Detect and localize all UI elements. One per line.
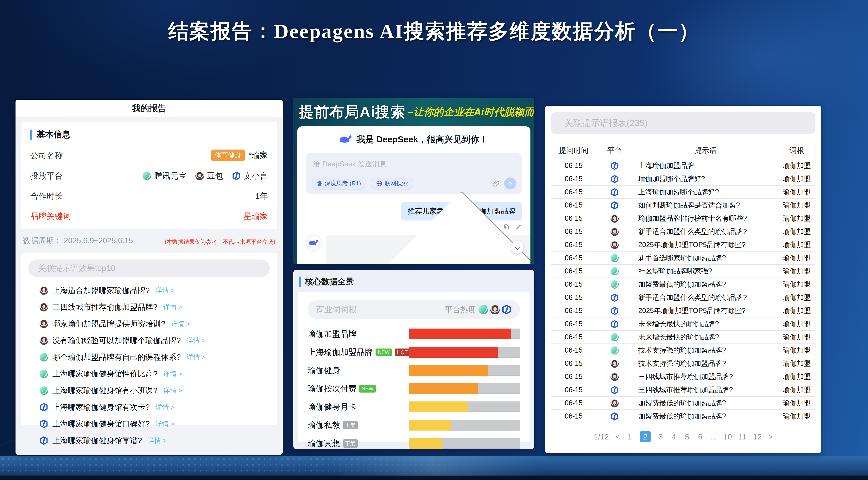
page-button-2[interactable]: 2 bbox=[640, 431, 651, 442]
cell-platform bbox=[596, 172, 633, 185]
prev-page-button[interactable]: < bbox=[615, 433, 620, 441]
deep-think-button[interactable]: 深度思考 (R1) bbox=[311, 177, 366, 190]
page-button-5[interactable]: 5 bbox=[684, 432, 690, 441]
report-panel-body: 基本信息 公司名称 体育健身 *瑜家 投放平台 腾讯元宝豆包文小言 合作时长 1… bbox=[16, 117, 283, 425]
detail-link[interactable]: 详情 > bbox=[148, 436, 166, 445]
cell-time: 06-15 bbox=[551, 304, 596, 317]
detail-link[interactable]: 详情 > bbox=[163, 386, 182, 395]
cell-platform bbox=[596, 291, 633, 304]
cell-platform bbox=[596, 265, 633, 278]
prompt-text: 哪个瑜伽加盟品牌有自己的课程体系? bbox=[52, 352, 181, 362]
paperclip-icon[interactable] bbox=[492, 180, 500, 187]
cell-time: 06-15 bbox=[551, 225, 596, 238]
detail-link[interactable]: 详情 > bbox=[163, 303, 182, 312]
keyword-label: 瑜伽健身 bbox=[308, 365, 406, 376]
bar-track bbox=[409, 329, 520, 339]
keyword-bar-row: 瑜伽健身 bbox=[308, 365, 520, 376]
detail-link[interactable]: 详情 > bbox=[155, 403, 174, 412]
keyword-bar-row: 瑜伽按次付费NEW bbox=[308, 383, 520, 394]
detail-link[interactable]: 详情 > bbox=[187, 336, 205, 345]
category-badge: 体育健身 bbox=[211, 150, 245, 161]
cell-time: 06-15 bbox=[551, 185, 596, 199]
duration-value: 1年 bbox=[255, 191, 268, 202]
deepseek-whale-icon bbox=[309, 239, 318, 246]
top10-item: 上海哪家瑜伽健身馆靠谱?详情 > bbox=[39, 435, 269, 446]
cell-root: 瑜伽加盟 bbox=[778, 199, 815, 212]
assistant-answer-row: 已搜索到 37 个网页 已深度思考（用时 31 秒） bbox=[306, 235, 522, 264]
cell-prompt: 上海瑜伽加盟哪个品牌好? bbox=[633, 185, 778, 199]
scroll-down-button[interactable] bbox=[511, 241, 524, 253]
top10-item: 三四线城市推荐瑜伽加盟品牌?详情 > bbox=[39, 302, 269, 312]
send-button[interactable] bbox=[504, 177, 516, 189]
prompt-report-panel: 关联提示语报表(235) 提问时间 平台 提示语 词根 06-15上海瑜伽加盟品… bbox=[545, 106, 821, 453]
next-page-button[interactable]: > bbox=[768, 433, 773, 441]
detail-link[interactable]: 详情 > bbox=[155, 419, 174, 428]
table-row: 06-15加盟费最低的瑜伽加盟品牌?瑜伽加盟 bbox=[551, 278, 815, 291]
searched-pages-pill[interactable]: 已搜索到 37 个网页 bbox=[326, 235, 530, 264]
detail-link[interactable]: 详情 > bbox=[187, 353, 205, 362]
chat-input[interactable]: 给 DeepSeek 发送消息 深度思考 (R1) 联网搜索 bbox=[306, 153, 522, 194]
wenxiaoyan-icon bbox=[611, 162, 619, 170]
keyword-text: 瑜伽私教 bbox=[308, 420, 340, 430]
page-button-12[interactable]: 12 bbox=[753, 432, 762, 441]
assistant-pills: 已搜索到 37 个网页 已深度思考（用时 31 秒） bbox=[326, 235, 530, 264]
page-button-11[interactable]: 11 bbox=[739, 432, 747, 441]
cell-root: 瑜伽加盟 bbox=[778, 410, 815, 423]
badge: 下架 bbox=[343, 439, 358, 448]
wenxiaoyan-icon bbox=[611, 188, 619, 196]
detail-link[interactable]: 详情 > bbox=[155, 286, 174, 295]
page-button-10[interactable]: 10 bbox=[723, 432, 732, 441]
page-button-4[interactable]: 4 bbox=[671, 432, 677, 441]
core-data-title: 核心数据全景 bbox=[305, 276, 354, 287]
page-title: 结案报告：Deepagens AI搜索推荐多维度数据分析（一） bbox=[0, 18, 868, 45]
prompt-text: 上海哪家瑜伽健身馆口碑好? bbox=[52, 419, 150, 429]
copy-icon[interactable] bbox=[503, 223, 510, 230]
cell-platform bbox=[596, 304, 633, 317]
basic-info-title: 基本信息 bbox=[36, 129, 70, 140]
badge: HOT bbox=[395, 349, 410, 356]
deepseek-chat-card: 我是 DeepSeek，很高兴见到你！ 给 DeepSeek 发送消息 深度思考… bbox=[297, 126, 530, 264]
top10-item: 没有瑜伽经验可以加盟哪个瑜伽品牌?详情 > bbox=[39, 335, 269, 346]
edit-pencil-icon[interactable] bbox=[515, 223, 522, 230]
duration-row: 合作时长 1年 bbox=[30, 191, 268, 202]
cell-prompt: 未来增长最快的瑜伽品牌? bbox=[633, 317, 778, 330]
globe-icon bbox=[376, 180, 382, 186]
cell-time: 06-15 bbox=[551, 357, 596, 370]
cell-root: 瑜伽加盟 bbox=[778, 330, 815, 344]
keyword-label: 瑜伽按次付费NEW bbox=[308, 383, 406, 394]
cell-root: 瑜伽加盟 bbox=[778, 317, 815, 330]
page-button-1[interactable]: 1 bbox=[626, 432, 633, 441]
core-data-panel: 核心数据全景 商业词词根 平台热度 瑜伽加盟品牌上海瑜伽加盟品牌NEWHOT瑜伽… bbox=[293, 270, 534, 449]
page-button-3[interactable]: 3 bbox=[657, 432, 664, 441]
table-row: 06-152025年瑜伽加盟TOP5品牌有哪些?瑜伽加盟 bbox=[551, 238, 815, 251]
cell-prompt: 上海瑜伽加盟品牌 bbox=[633, 159, 778, 172]
cell-platform bbox=[596, 357, 633, 370]
cell-root: 瑜伽加盟 bbox=[778, 172, 815, 185]
cell-prompt: 2025年瑜伽加盟TOP5品牌有哪些? bbox=[633, 304, 778, 317]
table-row: 06-152025年瑜伽加盟TOP5品牌有哪些?瑜伽加盟 bbox=[551, 304, 815, 317]
cell-platform bbox=[596, 159, 633, 172]
keyword-text: 瑜伽健身 bbox=[308, 365, 340, 376]
prompt-text: 上海哪家瑜伽健身馆有次卡? bbox=[52, 402, 150, 413]
top10-item: 上海哪家瑜伽健身馆有次卡?详情 > bbox=[39, 402, 269, 413]
platform-name: 文小言 bbox=[244, 171, 268, 181]
wenxiaoyan-icon bbox=[611, 201, 619, 209]
platform-yuanbao: 腾讯元宝 bbox=[143, 171, 187, 181]
badge: 下架 bbox=[343, 421, 358, 429]
detail-link[interactable]: 详情 > bbox=[163, 369, 182, 379]
atom-icon bbox=[316, 180, 322, 186]
cell-root: 瑜伽加盟 bbox=[778, 185, 815, 199]
banner-title: 提前布局Ai搜索 bbox=[299, 102, 405, 122]
bottom-edge bbox=[0, 476, 868, 480]
cell-time: 06-15 bbox=[551, 265, 596, 278]
detail-link[interactable]: 详情 > bbox=[171, 320, 190, 328]
web-search-button[interactable]: 联网搜索 bbox=[371, 177, 413, 190]
cell-root: 瑜伽加盟 bbox=[778, 370, 815, 383]
table-row: 06-15新手首选哪家瑜伽加盟品牌?瑜伽加盟 bbox=[551, 251, 815, 265]
arrow-up-icon bbox=[507, 181, 513, 186]
yuanbao-icon bbox=[611, 347, 619, 355]
doubao-icon bbox=[39, 336, 48, 345]
yuanbao-icon bbox=[611, 267, 619, 275]
page-button-6[interactable]: 6 bbox=[697, 432, 704, 441]
wenxiaoyan-icon bbox=[611, 307, 619, 315]
